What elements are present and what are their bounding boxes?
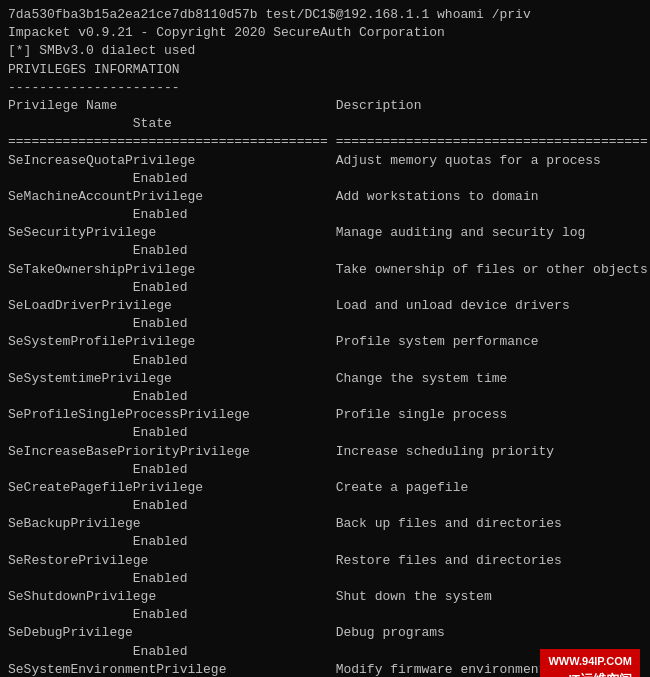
terminal-line: Enabled bbox=[8, 242, 642, 260]
terminal-line: SeMachineAccountPrivilege Add workstatio… bbox=[8, 188, 642, 206]
terminal-window: 7da530fba3b15a2ea21ce7db8110d57b test/DC… bbox=[0, 0, 650, 677]
terminal-line: 7da530fba3b15a2ea21ce7db8110d57b test/DC… bbox=[8, 6, 642, 24]
terminal-line: SeDebugPrivilege Debug programs bbox=[8, 624, 642, 642]
watermark-line1: WWW.94IP.COM bbox=[548, 653, 632, 670]
terminal-line: SeSystemtimePrivilege Change the system … bbox=[8, 370, 642, 388]
terminal-line: SeIncreaseBasePriorityPrivilege Increase… bbox=[8, 443, 642, 461]
terminal-line: SeShutdownPrivilege Shut down the system bbox=[8, 588, 642, 606]
terminal-line: Enabled bbox=[8, 461, 642, 479]
terminal-line: SeTakeOwnershipPrivilege Take ownership … bbox=[8, 261, 642, 279]
terminal-line: Enabled bbox=[8, 424, 642, 442]
terminal-line: SeLoadDriverPrivilege Load and unload de… bbox=[8, 297, 642, 315]
terminal-line: Impacket v0.9.21 - Copyright 2020 Secure… bbox=[8, 24, 642, 42]
terminal-line: Privilege Name Description bbox=[8, 97, 642, 115]
terminal-line: SeRestorePrivilege Restore files and dir… bbox=[8, 552, 642, 570]
terminal-line: SeProfileSingleProcessPrivilege Profile … bbox=[8, 406, 642, 424]
terminal-line: State bbox=[8, 115, 642, 133]
terminal-line: Enabled bbox=[8, 170, 642, 188]
terminal-line: Enabled bbox=[8, 533, 642, 551]
terminal-line: SeSystemProfilePrivilege Profile system … bbox=[8, 333, 642, 351]
terminal-line: SeCreatePagefilePrivilege Create a pagef… bbox=[8, 479, 642, 497]
terminal-line: SeSecurityPrivilege Manage auditing and … bbox=[8, 224, 642, 242]
terminal-line: ---------------------- bbox=[8, 79, 642, 97]
terminal-line: Enabled bbox=[8, 497, 642, 515]
terminal-line: Enabled bbox=[8, 570, 642, 588]
terminal-line: Enabled bbox=[8, 352, 642, 370]
terminal-line: PRIVILEGES INFORMATION bbox=[8, 61, 642, 79]
terminal-line: Enabled bbox=[8, 206, 642, 224]
terminal-line: ========================================… bbox=[8, 133, 642, 151]
watermark: WWW.94IP.COM IT运维空间 bbox=[540, 649, 640, 677]
terminal-line: Enabled bbox=[8, 388, 642, 406]
terminal-line: Enabled bbox=[8, 606, 642, 624]
terminal-line: [*] SMBv3.0 dialect used bbox=[8, 42, 642, 60]
terminal-output: 7da530fba3b15a2ea21ce7db8110d57b test/DC… bbox=[8, 6, 642, 677]
terminal-line: SeIncreaseQuotaPrivilege Adjust memory q… bbox=[8, 152, 642, 170]
watermark-line2: IT运维空间 bbox=[548, 670, 632, 677]
terminal-line: SeBackupPrivilege Back up files and dire… bbox=[8, 515, 642, 533]
terminal-line: Enabled bbox=[8, 315, 642, 333]
terminal-line: Enabled bbox=[8, 279, 642, 297]
